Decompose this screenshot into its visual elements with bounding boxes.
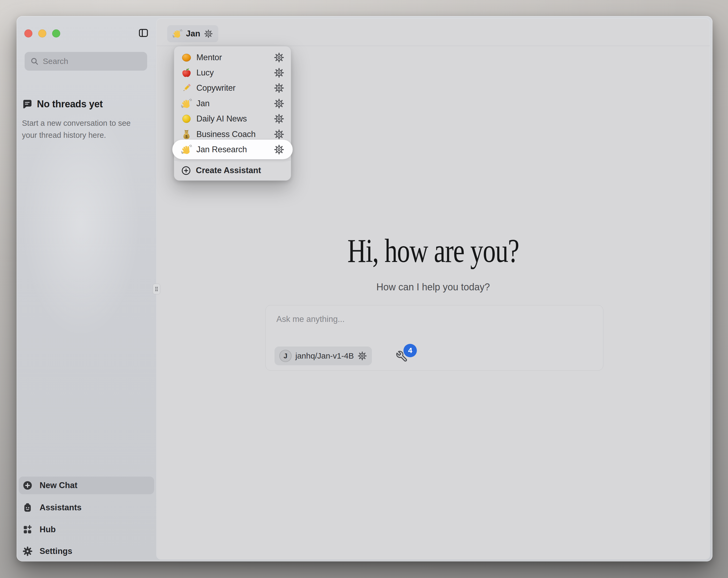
menu-item-lucy[interactable]: Lucy xyxy=(174,65,291,80)
empty-state-line1: Start a new conversation to see xyxy=(22,119,131,127)
model-avatar: J xyxy=(279,350,292,362)
grip-dots-icon xyxy=(154,285,159,293)
greeting-subtitle: How can I help you today? xyxy=(157,281,710,293)
menu-item-label: Jan Research xyxy=(197,145,247,154)
apple-emoji-icon xyxy=(181,68,192,78)
window-controls xyxy=(24,29,60,37)
menu-item-jan[interactable]: Jan xyxy=(174,96,291,111)
circle-plus-outline-icon xyxy=(181,166,191,176)
create-assistant-label: Create Assistant xyxy=(196,166,261,175)
menu-item-jan-research-selected[interactable]: Jan Research xyxy=(174,142,291,157)
gear-icon[interactable] xyxy=(274,144,284,155)
sidebar-item-label: Settings xyxy=(40,547,72,556)
search-field[interactable] xyxy=(25,52,147,71)
sidebar-item-label: Assistants xyxy=(40,503,82,512)
menu-item-daily-ai-news[interactable]: Daily AI News xyxy=(174,111,291,127)
assistant-selector-button[interactable]: Jan xyxy=(167,25,218,42)
settings-gear-icon xyxy=(23,546,33,556)
sidebar-item-settings[interactable]: Settings xyxy=(19,543,154,560)
assistants-icon xyxy=(23,503,33,513)
gear-icon[interactable] xyxy=(274,83,284,93)
menu-item-label: Daily AI News xyxy=(197,114,247,124)
menu-item-label: Copywriter xyxy=(197,83,235,93)
circle-plus-icon xyxy=(23,480,33,491)
zoom-button[interactable] xyxy=(52,29,60,37)
sidebar-item-hub[interactable]: Hub xyxy=(19,521,154,538)
gear-icon[interactable] xyxy=(274,68,284,78)
orange-circle-emoji-icon xyxy=(181,52,192,63)
threads-empty-state: No threads yet Start a new conversation … xyxy=(22,99,148,141)
menu-item-label: Business Coach xyxy=(197,129,256,139)
gear-icon[interactable] xyxy=(274,98,284,109)
tools-count-badge: 4 xyxy=(404,344,417,357)
sidebar-resize-handle[interactable] xyxy=(153,284,160,294)
gear-icon[interactable] xyxy=(274,114,284,124)
assistants-menu: Mentor Lucy Copywriter Jan xyxy=(174,46,291,181)
main-panel: Jan Mentor Lucy Co xyxy=(157,19,710,559)
assistant-settings-gear-icon[interactable] xyxy=(204,29,213,38)
hub-icon xyxy=(23,525,33,535)
sidebar-item-assistants[interactable]: Assistants xyxy=(19,499,154,517)
empty-state-description: Start a new conversation to seeyour thre… xyxy=(22,117,148,141)
model-settings-gear-icon[interactable] xyxy=(358,351,367,361)
gear-icon[interactable] xyxy=(274,129,284,140)
sidebar-item-new-chat[interactable]: New Chat xyxy=(19,477,154,494)
sidebar-toggle-button[interactable] xyxy=(138,27,149,39)
model-name: janhq/Jan-v1-4B xyxy=(295,351,354,360)
search-input[interactable] xyxy=(43,57,146,66)
create-assistant-button[interactable]: Create Assistant xyxy=(174,160,291,181)
wave-emoji-icon xyxy=(181,98,192,109)
wave-emoji-icon xyxy=(181,144,192,155)
sidebar-item-label: New Chat xyxy=(40,481,77,490)
search-icon xyxy=(30,57,39,66)
yellow-circle-emoji-icon xyxy=(181,114,192,124)
pencil-emoji-icon xyxy=(181,83,192,93)
sidebar: No threads yet Start a new conversation … xyxy=(17,16,157,561)
menu-item-label: Jan xyxy=(197,99,209,108)
empty-state-line2: your thread history here. xyxy=(22,131,106,140)
composer: J janhq/Jan-v1-4B 4 xyxy=(265,305,603,371)
titlebar: Jan xyxy=(157,19,710,46)
gear-icon[interactable] xyxy=(274,52,284,63)
chat-bubble-icon xyxy=(22,99,33,109)
minimize-button[interactable] xyxy=(38,29,46,37)
greeting-heading: Hi, how are you? xyxy=(217,234,649,268)
sidebar-toggle-icon xyxy=(138,27,149,39)
desktop-background: No threads yet Start a new conversation … xyxy=(0,0,728,578)
wave-emoji-icon xyxy=(173,29,182,39)
menu-item-mentor[interactable]: Mentor xyxy=(174,50,291,65)
menu-item-copywriter[interactable]: Copywriter xyxy=(174,80,291,96)
money-bag-emoji-icon xyxy=(181,129,192,140)
menu-item-label: Lucy xyxy=(197,68,214,78)
sidebar-item-label: Hub xyxy=(40,525,56,534)
welcome-hero: Hi, how are you? How can I help you toda… xyxy=(157,234,710,293)
empty-state-title: No threads yet xyxy=(37,99,103,110)
current-assistant-label: Jan xyxy=(186,29,200,39)
menu-item-business-coach[interactable]: Business Coach xyxy=(174,127,291,142)
model-selector-button[interactable]: J janhq/Jan-v1-4B xyxy=(275,347,372,365)
close-button[interactable] xyxy=(24,29,32,37)
composer-input[interactable] xyxy=(277,315,592,337)
app-window: No threads yet Start a new conversation … xyxy=(17,16,712,561)
menu-item-label: Mentor xyxy=(197,53,222,62)
